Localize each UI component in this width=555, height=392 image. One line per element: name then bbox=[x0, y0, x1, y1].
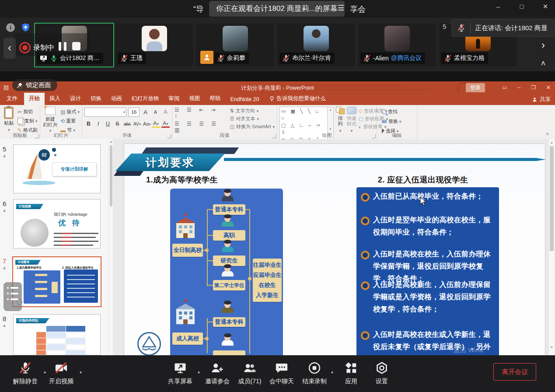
info-icon[interactable]: i bbox=[6, 23, 15, 32]
tab-design[interactable]: 设计 bbox=[65, 93, 86, 105]
clear-formatting-button[interactable]: A bbox=[161, 109, 170, 115]
drawing-dialog-launcher[interactable] bbox=[372, 134, 376, 138]
font-color-button[interactable]: A▾ bbox=[161, 120, 170, 128]
replace-button[interactable]: ab替换▾ bbox=[382, 117, 415, 126]
floating-list-handle[interactable] bbox=[3, 282, 22, 311]
person-icon bbox=[532, 97, 538, 102]
tab-home[interactable]: 开始 bbox=[24, 93, 45, 105]
ppt-close-button[interactable]: ✕ bbox=[546, 84, 551, 91]
slide-thumbnail-5[interactable]: 02 专项计划详解 bbox=[13, 144, 101, 193]
settings-button[interactable]: 设置 bbox=[365, 361, 398, 385]
reset-button[interactable]: ⟲重置 bbox=[60, 117, 80, 125]
tab-file[interactable]: 文件 bbox=[0, 93, 24, 105]
slide-thumbnail-6[interactable]: 计划优势 我们的 Advantage 优 待 bbox=[13, 199, 101, 248]
start-video-button[interactable]: 开启视频 bbox=[44, 361, 79, 385]
more-menu-icon[interactable]: ☰ bbox=[338, 4, 344, 13]
arrange-button[interactable]: 排列 ▾ bbox=[336, 107, 345, 134]
unmute-button[interactable]: 解除静音 bbox=[8, 361, 43, 385]
new-slide-button[interactable]: 新建幻灯片▾ bbox=[42, 107, 58, 134]
lock-view-button[interactable]: 锁定画面 bbox=[12, 79, 57, 91]
bold-button[interactable]: B bbox=[84, 121, 93, 127]
font-name-combobox[interactable]: ▾ bbox=[84, 108, 126, 117]
shrink-font-button[interactable]: A bbox=[151, 109, 160, 115]
italic-button[interactable]: I bbox=[94, 121, 102, 127]
tab-review[interactable]: 审阅 bbox=[164, 93, 185, 105]
layout-button[interactable]: ▤版式▾ bbox=[60, 108, 80, 116]
participant-name: 孟根宝力格 bbox=[454, 54, 485, 62]
strip-collapse-button[interactable]: ˄ bbox=[536, 58, 550, 70]
participant-tile[interactable]: 余莉攀 bbox=[196, 24, 274, 66]
underline-button[interactable]: U bbox=[104, 121, 112, 127]
slide-thumbnail-8[interactable]: 计划内外对比 bbox=[13, 314, 101, 355]
tab-endnote[interactable]: EndNote 20 bbox=[226, 94, 264, 105]
leave-meeting-button[interactable]: 离开会议 bbox=[493, 363, 536, 381]
ppt-restore-button[interactable]: ❐ bbox=[531, 84, 536, 91]
minimize-button[interactable]: – bbox=[495, 3, 502, 10]
font-size-combobox[interactable]: 16 bbox=[128, 108, 140, 117]
slide-thumbnail-7-selected[interactable]: 计划要求 1.成为高等学校学生 2. 应征入伍退出现役学生 bbox=[12, 256, 101, 307]
convert-smartart-button[interactable]: ◫转换为 SmartArt▾ bbox=[230, 123, 275, 130]
text-direction-button[interactable]: ⇅文字方向▾ bbox=[230, 107, 275, 115]
highlight-color-button[interactable]: A▾ bbox=[152, 120, 160, 128]
tab-help[interactable]: 帮助 bbox=[205, 93, 226, 105]
slide-canvas: 计划要求 1.成为高等学校学生 2. 应征入伍退出现役学生 全日制高校 bbox=[113, 139, 548, 355]
strikethrough-button[interactable]: S bbox=[113, 121, 122, 127]
share-options-caret[interactable]: ▴ bbox=[198, 369, 200, 374]
apps-button[interactable]: 应用 bbox=[335, 361, 368, 385]
alignment-buttons[interactable]: ☰ ☰ ☰ ☰ ▥ bbox=[175, 121, 227, 133]
video-options-caret[interactable]: ▴ bbox=[80, 369, 82, 374]
tab-insert[interactable]: 插入 bbox=[45, 93, 65, 105]
chat-button[interactable]: 会中聊天 bbox=[264, 361, 299, 385]
shadow-button[interactable]: abc bbox=[123, 122, 131, 126]
paste-button[interactable]: 粘贴 ▾ bbox=[2, 107, 16, 134]
clipboard-dialog-launcher[interactable] bbox=[35, 134, 39, 138]
strip-prev-button[interactable]: ‹ bbox=[3, 38, 16, 59]
members-button[interactable]: 成员(71) bbox=[232, 361, 267, 385]
tab-animations[interactable]: 动画 bbox=[106, 93, 127, 105]
activate-windows-watermark: 激活 Wind bbox=[453, 346, 483, 354]
record-options-caret[interactable]: ▴ bbox=[331, 369, 333, 374]
participant-tile[interactable]: 王璁 bbox=[115, 24, 193, 66]
invite-button[interactable]: 邀请参会 bbox=[200, 361, 235, 385]
paragraph-dialog-launcher[interactable] bbox=[272, 134, 276, 138]
list-indent-spacing-buttons[interactable]: ☱ ☰ ⇤ ⇥ ↕ bbox=[175, 107, 227, 119]
ppt-minimize-button[interactable]: – bbox=[517, 84, 520, 91]
bullet-icon bbox=[361, 281, 370, 290]
font-dialog-launcher[interactable] bbox=[167, 134, 171, 138]
character-spacing-button[interactable]: AV▾ bbox=[133, 122, 141, 126]
strip-next-button[interactable]: › bbox=[536, 37, 550, 54]
ribbon-display-button[interactable]: ▭ bbox=[502, 84, 507, 91]
find-button[interactable]: 查找 bbox=[382, 108, 415, 116]
collapse-ribbon-button[interactable]: ˄ bbox=[546, 131, 549, 137]
slide[interactable]: 计划要求 1.成为高等学校学生 2. 应征入伍退出现役学生 全日制高校 bbox=[124, 144, 545, 355]
change-case-button[interactable]: Aa▾ bbox=[142, 121, 150, 126]
ppt-share-button[interactable]: 共享 bbox=[532, 96, 551, 103]
pause-recording-button[interactable] bbox=[59, 42, 66, 51]
tab-transitions[interactable]: 切换 bbox=[86, 93, 106, 105]
participant-name-chip: 布尔兰·叶尔肯 bbox=[279, 52, 335, 64]
unmute-options-caret[interactable]: ▴ bbox=[44, 369, 46, 374]
copy-button[interactable]: 复制▾ bbox=[17, 117, 38, 125]
student-avatar bbox=[221, 334, 234, 348]
participant-tile[interactable]: -Alien@腾讯会议 bbox=[358, 24, 436, 66]
grow-font-button[interactable]: A bbox=[141, 109, 150, 116]
quick-styles-button[interactable]: 快速样式 ▾ bbox=[347, 107, 356, 134]
bullet-point: 入伍时是高校新生，入伍前办理保留学籍或是入学资格，退役后回到原学校复学，符合条件… bbox=[361, 278, 496, 315]
maximize-button[interactable]: □ bbox=[518, 3, 525, 10]
student-avatar bbox=[221, 215, 234, 229]
participant-tile[interactable]: 布尔兰·叶尔肯 bbox=[277, 24, 355, 66]
cut-button[interactable]: ✂剪切 bbox=[17, 108, 38, 116]
canvas-scrollbar[interactable]: ▲ ▼ bbox=[548, 139, 555, 355]
stop-recording-button[interactable] bbox=[72, 42, 80, 50]
stop-recording-toolbar-button[interactable]: 结束录制 bbox=[297, 361, 332, 385]
close-button[interactable]: ✕ bbox=[542, 3, 549, 10]
share-screen-icon bbox=[174, 361, 187, 374]
tab-view[interactable]: 视图 bbox=[185, 93, 205, 105]
sign-in-button[interactable]: 登录 bbox=[466, 83, 485, 92]
tab-slideshow[interactable]: 幻灯片放映 bbox=[127, 93, 164, 105]
watching-screen-banner: 你正在观看会计1802 商显莉...的屏幕 bbox=[209, 1, 345, 17]
align-text-button[interactable]: ☰对齐文本▾ bbox=[230, 115, 275, 122]
tab-tell-me[interactable]: 告诉我你想要做什么 bbox=[264, 93, 331, 105]
share-screen-button[interactable]: 共享屏幕 bbox=[163, 361, 198, 385]
security-shield-icon[interactable] bbox=[21, 23, 30, 32]
